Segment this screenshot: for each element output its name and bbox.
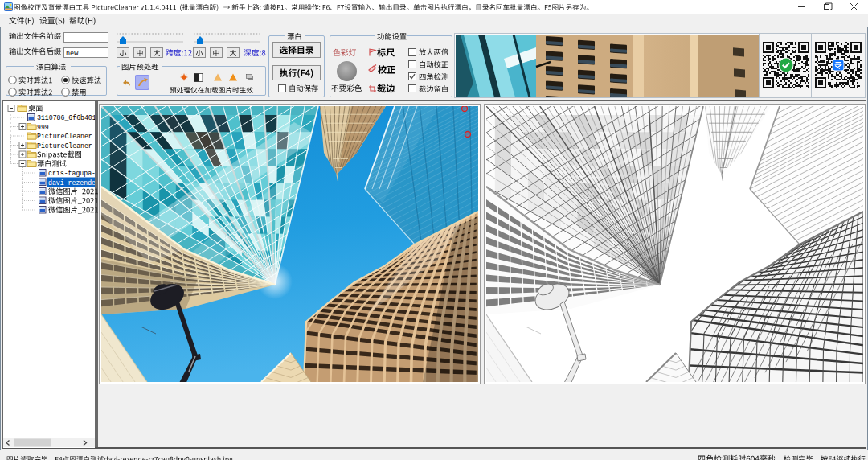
svg-text:3110786_6f6b401: 3110786_6f6b401 [37, 114, 95, 121]
svg-text:PictureCleaner: PictureCleaner [37, 133, 92, 140]
svg-text:999: 999 [37, 124, 49, 131]
svg-text:PictureCleaner--: PictureCleaner-- [37, 142, 95, 150]
svg-text:cris-tagupa-: cris-tagupa- [48, 170, 95, 177]
svg-text:davi-rezende: davi-rezende [48, 179, 95, 187]
